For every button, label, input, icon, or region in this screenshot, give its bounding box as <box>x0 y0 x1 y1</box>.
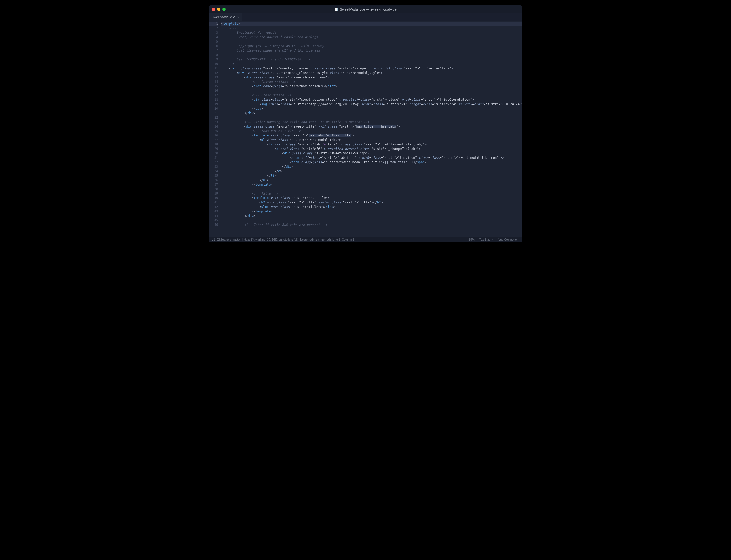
status-tabsize[interactable]: Tab Size: 4 <box>479 238 494 241</box>
editor-body: 1234567891011121314151617181920212223242… <box>209 21 522 237</box>
titlebar: 📄 SweetModal.vue — sweet-modal-vue <box>209 5 522 13</box>
status-percent[interactable]: 35% <box>469 238 475 241</box>
traffic-lights <box>212 8 226 11</box>
window-title: 📄 SweetModal.vue — sweet-modal-vue <box>334 7 396 11</box>
editor-area: SweetModal.vue × 12345678910111213141516… <box>209 13 522 237</box>
status-left-text: Git branch: master, index: 1?, working: … <box>217 238 354 241</box>
line-gutter: 1234567891011121314151617181920212223242… <box>209 21 221 237</box>
window-title-text: SweetModal.vue — sweet-modal-vue <box>340 7 396 11</box>
tab-label: SweetModal.vue <box>212 15 235 19</box>
status-left[interactable]: ⎇ Git branch: master, index: 1?, working… <box>212 238 465 241</box>
status-bar: ⎇ Git branch: master, index: 1?, working… <box>209 237 522 242</box>
tab-close-icon[interactable]: × <box>237 15 239 19</box>
main-area: OPEN FILES SweetModal.vue FOLDERS ▾▸▮swe… <box>209 13 522 237</box>
window-close-button[interactable] <box>212 8 215 11</box>
status-right: 35% Tab Size: 4 Vue Component <box>469 238 519 241</box>
file-icon: 📄 <box>334 8 338 11</box>
tab-sweetmodal[interactable]: SweetModal.vue × <box>209 13 242 21</box>
window-minimize-button[interactable] <box>217 8 220 11</box>
editor-window: 📄 SweetModal.vue — sweet-modal-vue OPEN … <box>209 5 522 242</box>
status-syntax[interactable]: Vue Component <box>498 238 519 241</box>
window-maximize-button[interactable] <box>222 8 226 11</box>
tabs-bar: SweetModal.vue × <box>209 13 522 21</box>
status-git-icon: ⎇ <box>212 238 215 241</box>
code-content[interactable]: <template> <!-- SweetModal for Vue.js Sw… <box>221 21 522 237</box>
